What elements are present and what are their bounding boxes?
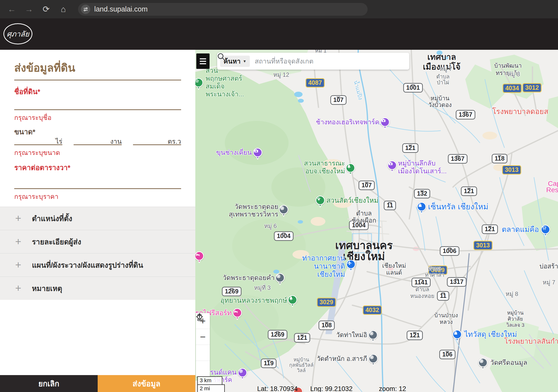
address-bar[interactable]: land.supalai.com (78, 3, 368, 16)
map-label: วัดท่าใหม่อิ (336, 331, 367, 339)
price-error: กรุณาระบุราคา (14, 191, 58, 202)
lng-value: Lng: 99.21032 (310, 385, 353, 392)
map-label: ตำบลป่าไผ่ (436, 74, 450, 86)
map-label: สวนพฤกษศาสตร์สมเด็จพระนางเจ้า... (206, 67, 244, 98)
route-shield: 1367 (448, 154, 467, 164)
map-label: เชียงใหม่แลนด์ (382, 262, 406, 276)
map-coordinates: Lat: 18.70934 Lng: 99.21032 (257, 385, 353, 392)
title-divider (14, 80, 181, 80)
scale-mi: 2 mi (197, 384, 225, 392)
route-shield: 4034 (503, 84, 522, 93)
route-shield: 132 (414, 189, 430, 199)
map-scale: 3 km 2 mi (197, 376, 225, 392)
scale-km: 3 km (197, 376, 222, 385)
map-label: บ้านป่าบงหลวง (434, 312, 458, 325)
route-shield: 1006 (440, 246, 459, 256)
supalai-logo[interactable]: ศุภาลัย (3, 23, 32, 44)
map-label: ตำบลหนองหอย (410, 286, 434, 299)
search-input[interactable]: สถานที่หรือจุดสังเกต (255, 56, 404, 66)
browser-toolbar: ← → ⟳ ⌂ land.supalai.com (0, 0, 558, 18)
map-canvas[interactable] (195, 50, 558, 392)
section-remarks[interactable]: + หมายเหตุ (0, 277, 195, 300)
map-label: วัดพระธาตุดอยคำ (223, 274, 275, 282)
forward-icon[interactable]: → (24, 0, 34, 18)
route-shield: 121 (407, 331, 423, 340)
cancel-button[interactable]: ยกเลิก (0, 375, 98, 392)
size-wah-underline (133, 144, 181, 145)
land-name-underline (14, 109, 181, 110)
map-label: ช้างทองเฮอริเทจพาร์ค (316, 118, 379, 126)
pegman-button[interactable] (196, 361, 210, 377)
route-shield: 11 (437, 291, 449, 301)
map-label: หมู่ 7 (439, 65, 452, 73)
route-shield: 11 (384, 201, 396, 210)
search-type-label: ค้นหา (224, 56, 240, 66)
section-map-plans[interactable]: + แผนที่/ผังระวาง/ผังแสดงรูปร่างที่ดิน (0, 253, 195, 277)
price-input[interactable] (14, 174, 181, 187)
price-underline (14, 188, 181, 189)
page-title: ส่งข้อมูลที่ดิน (14, 59, 75, 76)
map-label: หมู่ 8 (507, 71, 520, 78)
page: ← → ⟳ ⌂ land.supalai.com ศุภาลัย ส่งข้อม… (0, 0, 558, 392)
map-label: รนด์แคน (210, 368, 237, 377)
size-rai-input[interactable] (14, 132, 62, 146)
plus-icon: + (15, 259, 21, 271)
map-label: หมู่บ้านกุลพันธ์วิลล์วิลล์ (289, 357, 313, 373)
map-label: สวนสาธารณะอบจ.เชียงใหม่ (304, 159, 345, 175)
route-shield: 4087 (306, 78, 325, 88)
plus-icon: + (15, 236, 21, 248)
route-shield: 108 (319, 321, 335, 330)
reload-icon[interactable]: ⟳ (41, 0, 52, 18)
map-search-bar[interactable]: ค้นหา ▼ สถานที่หรือจุดสังเกต (217, 53, 409, 70)
section-sender-details-label: รายละเอียดผู้ส่ง (32, 236, 81, 248)
map-label: เซ็นทรัล เชียงใหม่ (428, 202, 488, 212)
submit-button[interactable]: ส่งข้อมูล (98, 375, 195, 392)
logo-text: ศุภาลัย (7, 28, 29, 40)
section-location[interactable]: + ตำแหน่งที่ตั้ง (0, 207, 195, 230)
route-shield: 1367 (456, 110, 475, 120)
map-label: โรงพยาบาลสันกำแ (504, 337, 558, 346)
hamburger-icon (200, 58, 206, 59)
land-name-input[interactable] (14, 96, 181, 110)
map-label: โรงพยาบาลดอยส (492, 107, 548, 116)
back-icon[interactable]: ← (6, 0, 17, 18)
home-icon[interactable]: ⌂ (58, 0, 69, 18)
map[interactable]: 1071001136712113671181071321211110041211… (195, 50, 558, 392)
map-label: หมู่บ้านศิวาลัยวิลเลจ 3 (506, 310, 525, 328)
route-shield: 106 (439, 350, 455, 359)
size-ngan-underline (74, 144, 122, 145)
route-shield: 1004 (274, 231, 293, 241)
map-zoom-level: zoom: 12 (379, 385, 406, 392)
route-shield: 1269 (268, 330, 287, 340)
site-settings-icon[interactable] (81, 5, 90, 14)
geolocate-button[interactable] (196, 345, 210, 361)
section-sender-details[interactable]: + รายละเอียดผู้ส่ง (0, 230, 195, 253)
route-shield: 121 (461, 187, 477, 196)
map-label: ตำบลท่าศาลา (425, 266, 444, 278)
site-header: ศุภาลัย (0, 18, 558, 50)
route-shield: 118 (492, 154, 507, 164)
route-shield: 4032 (363, 305, 382, 315)
route-shield: 119 (261, 359, 277, 368)
map-label: หมู่ 7 (543, 279, 555, 286)
zoom-out-button[interactable]: − (196, 329, 210, 345)
route-shield: 3013 (473, 241, 492, 250)
size-wah-input[interactable] (133, 132, 181, 146)
map-label: หมู่บ้านวังบัวตอง (428, 95, 452, 108)
section-map-plans-label: แผนที่/ผังระวาง/ผังแสดงรูปร่างที่ดิน (32, 259, 143, 271)
map-label: วัดพระธาตุดอยสุเทพราชวรวิหาร (229, 203, 278, 218)
map-label: อุทยานหลวงราชพฤกษ์ (220, 296, 287, 305)
size-ngan-input[interactable] (74, 132, 122, 146)
menu-button[interactable] (196, 53, 210, 69)
map-label: หมู่ 6 (264, 222, 277, 230)
map-label: หมู่ที่ 3 (254, 284, 270, 291)
map-zoom-controls: + − (196, 313, 210, 377)
price-label: ราคาต่อตารางวา* (14, 162, 70, 173)
route-shield: 121 (402, 143, 418, 153)
plus-icon: + (15, 282, 21, 294)
map-label: ตำบลช้างเผือก (352, 210, 376, 224)
land-form-panel: ส่งข้อมูลที่ดิน ชื่อที่ดิน* กรุณาระบุชื่… (0, 50, 195, 392)
map-label: หมู่บ้านลึกลับเมืองไดโนเสาร์... (398, 159, 447, 175)
section-location-label: ตำแหน่งที่ตั้ง (32, 213, 72, 224)
map-label: Res (546, 186, 558, 194)
